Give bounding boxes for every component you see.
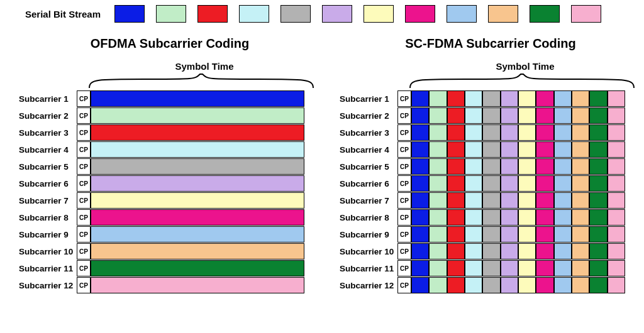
data-cell xyxy=(429,175,447,192)
panel-ofdma: OFDMA Subcarrier Coding Symbol Time Subc… xyxy=(19,36,321,293)
data-cell xyxy=(518,107,536,124)
bitstream-color-3 xyxy=(197,5,228,23)
subcarrier-row: Subcarrier 4CP xyxy=(340,141,641,158)
data-cell xyxy=(536,260,553,276)
data-cell xyxy=(91,141,304,158)
data-cell xyxy=(554,90,572,107)
data-cells xyxy=(411,175,625,192)
data-cell xyxy=(501,175,518,192)
panel-ofdma-symbol-time: Symbol Time xyxy=(19,61,321,72)
data-cell xyxy=(589,243,607,259)
subcarrier-row: Subcarrier 9CP xyxy=(340,226,641,243)
header-label: Serial Bit Stream xyxy=(25,9,101,19)
data-cells xyxy=(411,226,625,243)
bitstream-color-2 xyxy=(156,5,186,23)
data-cell xyxy=(536,243,553,259)
data-cell xyxy=(554,243,572,259)
subcarrier-row: Subcarrier 10CP xyxy=(19,243,321,259)
subcarrier-row: Subcarrier 4CP xyxy=(19,141,321,158)
subcarrier-row: Subcarrier 2CP xyxy=(340,107,641,124)
data-cell xyxy=(518,124,536,141)
data-cell xyxy=(91,209,304,226)
data-cell xyxy=(572,90,589,107)
cp-cell: CP xyxy=(77,158,91,175)
data-cells xyxy=(91,124,304,141)
data-cell xyxy=(536,90,553,107)
cp-cell: CP xyxy=(397,124,411,141)
data-cells xyxy=(411,158,625,175)
data-cell xyxy=(447,107,465,124)
data-cell xyxy=(465,107,482,124)
data-cell xyxy=(465,158,482,175)
data-cell xyxy=(589,158,607,175)
data-cell xyxy=(554,175,572,192)
subcarrier-row: Subcarrier 12CP xyxy=(340,277,641,293)
data-cells xyxy=(91,209,304,226)
data-cell xyxy=(411,243,429,259)
brace-wrap xyxy=(340,73,641,89)
data-cell xyxy=(482,209,500,226)
data-cell xyxy=(482,90,500,107)
grid-scfdma: Subcarrier 1CPSubcarrier 2CPSubcarrier 3… xyxy=(340,90,641,293)
data-cell xyxy=(608,175,625,192)
data-cell xyxy=(589,107,607,124)
subcarrier-label: Subcarrier 5 xyxy=(340,162,397,172)
data-cell xyxy=(518,192,536,209)
data-cell xyxy=(91,192,304,209)
data-cell xyxy=(429,141,447,158)
cp-cell: CP xyxy=(77,243,91,259)
subcarrier-row: Subcarrier 6CP xyxy=(340,175,641,192)
subcarrier-label: Subcarrier 8 xyxy=(340,213,397,222)
bitstream-color-8 xyxy=(405,5,435,23)
cp-cell: CP xyxy=(77,192,91,209)
cp-cell: CP xyxy=(77,141,91,158)
data-cell xyxy=(608,158,625,175)
data-cell xyxy=(501,209,518,226)
subcarrier-label: Subcarrier 3 xyxy=(19,128,77,138)
data-cell xyxy=(518,243,536,259)
panel-scfdma-symbol-time: Symbol Time xyxy=(340,61,641,72)
cp-cell: CP xyxy=(77,209,91,226)
data-cell xyxy=(608,226,625,243)
data-cell xyxy=(572,243,589,259)
data-cell xyxy=(447,141,465,158)
bitstream-color-7 xyxy=(364,5,394,23)
subcarrier-row: Subcarrier 8CP xyxy=(340,209,641,226)
data-cell xyxy=(518,158,536,175)
data-cell xyxy=(518,260,536,276)
grid-ofdma: Subcarrier 1CPSubcarrier 2CPSubcarrier 3… xyxy=(19,90,321,293)
data-cell xyxy=(536,175,553,192)
bitstream-color-6 xyxy=(322,5,352,23)
curly-brace-icon xyxy=(88,73,314,89)
subcarrier-label: Subcarrier 10 xyxy=(19,247,77,256)
bitstream-color-5 xyxy=(280,5,311,23)
data-cell xyxy=(554,226,572,243)
data-cell xyxy=(608,260,625,276)
data-cell xyxy=(518,141,536,158)
data-cell xyxy=(482,107,500,124)
data-cell xyxy=(465,209,482,226)
data-cell xyxy=(572,226,589,243)
subcarrier-label: Subcarrier 1 xyxy=(340,94,397,104)
data-cell xyxy=(482,175,500,192)
data-cells xyxy=(411,124,625,141)
panel-scfdma-title: SC-FDMA Subcarrier Coding xyxy=(340,36,641,51)
data-cell xyxy=(554,158,572,175)
data-cell xyxy=(429,226,447,243)
data-cells xyxy=(411,90,625,107)
data-cell xyxy=(608,243,625,259)
data-cell xyxy=(429,90,447,107)
data-cell xyxy=(572,141,589,158)
subcarrier-label: Subcarrier 2 xyxy=(340,111,397,121)
panels: OFDMA Subcarrier Coding Symbol Time Subc… xyxy=(19,36,631,293)
subcarrier-row: Subcarrier 7CP xyxy=(340,192,641,209)
data-cell xyxy=(429,209,447,226)
data-cell xyxy=(429,243,447,259)
data-cell xyxy=(536,192,553,209)
subcarrier-label: Subcarrier 4 xyxy=(19,145,77,155)
brace-wrap xyxy=(19,73,321,89)
subcarrier-row: Subcarrier 2CP xyxy=(19,107,321,124)
data-cell xyxy=(572,158,589,175)
data-cell xyxy=(465,243,482,259)
cp-cell: CP xyxy=(77,277,91,293)
